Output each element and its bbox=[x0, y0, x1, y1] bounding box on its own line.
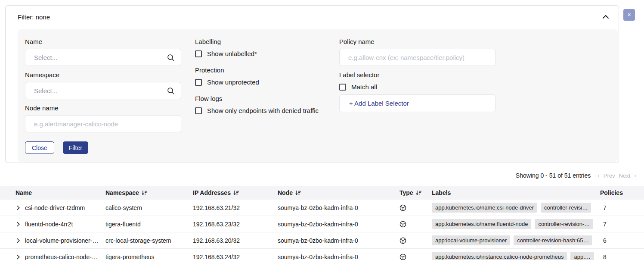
table-row: local-volume-provisioner-… crc-local-sto… bbox=[0, 232, 644, 249]
chevron-up-icon bbox=[602, 14, 609, 20]
show-unlabelled-checkbox[interactable] bbox=[195, 50, 202, 57]
endpoint-name: fluentd-node-4rr2t bbox=[25, 221, 73, 228]
endpoint-name: csi-node-driver-tzdmm bbox=[25, 204, 85, 211]
column-header-node[interactable]: Node bbox=[278, 189, 399, 196]
endpoint-policies-count: 7 bbox=[600, 221, 644, 228]
filter-column-middle: Labelling Show unlabelled* Protection Sh… bbox=[195, 38, 325, 154]
endpoint-labels: app.kubernetes.io/name:fluentd-nodecontr… bbox=[432, 219, 600, 229]
collapse-panel-button[interactable] bbox=[601, 13, 610, 21]
filter-column-right: Policy name Label selector Match all + A… bbox=[339, 38, 495, 154]
label-chip: app.kubernetes.io/name:fluentd-node bbox=[432, 219, 531, 229]
match-all-checkbox[interactable] bbox=[339, 84, 346, 91]
endpoint-policies-count: 6 bbox=[600, 237, 644, 244]
namespace-select-placeholder: Select... bbox=[34, 87, 57, 94]
filter-panel: Filter: none Name Select... Namespace Se… bbox=[5, 5, 619, 163]
endpoint-node: soumya-bz-0zbo-kadm-infra-0 bbox=[278, 221, 399, 228]
pagination-bar: Showing 0 - 51 of 51 entries ‹ Prev Next… bbox=[0, 169, 644, 182]
column-header-type[interactable]: Type bbox=[399, 189, 432, 196]
label-chip: controller-revision-… bbox=[535, 219, 593, 229]
protection-section: Protection Show unprotected bbox=[195, 66, 325, 86]
endpoint-namespace: tigera-fluentd bbox=[105, 221, 193, 228]
protection-heading: Protection bbox=[195, 66, 325, 74]
entries-summary: Showing 0 - 51 of 51 entries bbox=[516, 172, 591, 179]
sort-icon bbox=[142, 190, 148, 195]
name-select[interactable]: Select... bbox=[25, 49, 181, 66]
endpoint-ip: 192.168.63.24/32 bbox=[193, 254, 278, 260]
policy-name-input[interactable] bbox=[339, 49, 495, 66]
add-label-selector-button[interactable]: + Add Label Selector bbox=[339, 94, 495, 112]
prev-page-button[interactable]: Prev bbox=[604, 172, 615, 179]
flow-logs-section: Flow logs Show only endpoints with denie… bbox=[195, 95, 325, 114]
show-unlabelled-label: Show unlabelled* bbox=[207, 50, 257, 57]
row-expand-chevron-icon[interactable] bbox=[16, 205, 20, 210]
show-unprotected-checkbox[interactable] bbox=[195, 79, 202, 86]
label-chip: app.kubernetes.io/name:csi-node-driver bbox=[432, 203, 537, 213]
column-header-ip-addresses[interactable]: IP Addresses bbox=[193, 189, 278, 196]
table-row: prometheus-calico-node-… tigera-promethe… bbox=[0, 249, 644, 260]
table-row: fluentd-node-4rr2t tigera-fluentd 192.16… bbox=[0, 216, 644, 232]
column-header-policies: Policies bbox=[600, 189, 644, 196]
label-chip: app.kubernetes.io/instance:calico-node-p… bbox=[432, 252, 567, 260]
endpoint-node: soumya-bz-0zbo-kadm-infra-0 bbox=[278, 237, 399, 244]
filter-column-left: Name Select... Namespace Select... Node … bbox=[25, 38, 181, 154]
column-header-labels: Labels bbox=[432, 189, 600, 196]
pod-icon bbox=[399, 221, 406, 228]
filter-form: Name Select... Namespace Select... Node … bbox=[18, 29, 618, 162]
chevron-left-icon: ‹ bbox=[598, 172, 600, 179]
show-unprotected-label: Show unprotected bbox=[207, 78, 259, 86]
node-name-input[interactable] bbox=[25, 115, 181, 132]
column-header-namespace[interactable]: Namespace bbox=[105, 189, 193, 196]
sort-icon bbox=[295, 190, 301, 195]
endpoint-type bbox=[399, 221, 432, 228]
endpoint-namespace: tigera-prometheus bbox=[105, 254, 193, 260]
denied-traffic-label: Show only endpoints with denied traffic bbox=[207, 107, 319, 114]
label-chip: controller-revision-hash:65… bbox=[514, 235, 592, 245]
label-chip: app.… bbox=[570, 252, 594, 260]
search-icon bbox=[167, 54, 175, 63]
row-expand-chevron-icon[interactable] bbox=[16, 238, 20, 243]
endpoint-type bbox=[399, 254, 432, 260]
pod-icon bbox=[399, 204, 406, 211]
endpoint-name: prometheus-calico-node-… bbox=[25, 254, 98, 260]
endpoint-node: soumya-bz-0zbo-kadm-infra-0 bbox=[278, 254, 399, 260]
flow-logs-heading: Flow logs bbox=[195, 95, 325, 102]
labelling-section: Labelling Show unlabelled* bbox=[195, 38, 325, 57]
endpoint-policies-count: 7 bbox=[600, 204, 644, 211]
endpoint-node: soumya-bz-0zbo-kadm-infra-0 bbox=[278, 204, 399, 211]
column-header-name: Name bbox=[0, 189, 105, 196]
endpoint-name: local-volume-provisioner-… bbox=[25, 237, 98, 244]
filter-actions: Close Filter bbox=[25, 141, 181, 154]
next-page-button[interactable]: Next bbox=[619, 172, 631, 179]
table-body: csi-node-driver-tzdmm calico-system 192.… bbox=[0, 200, 644, 260]
match-all-label: Match all bbox=[351, 83, 377, 91]
name-label: Name bbox=[25, 38, 181, 45]
filter-button[interactable]: Filter bbox=[63, 141, 88, 154]
endpoint-namespace: crc-local-storage-system bbox=[105, 237, 193, 244]
endpoint-type bbox=[399, 204, 432, 211]
close-button[interactable]: Close bbox=[25, 141, 54, 154]
table-header-row: Name Namespace IP Addresses Node Type bbox=[0, 186, 644, 200]
endpoint-labels: app.kubernetes.io/instance:calico-node-p… bbox=[432, 252, 600, 260]
label-selector-label: Label selector bbox=[339, 71, 495, 78]
row-expand-chevron-icon[interactable] bbox=[16, 254, 20, 260]
close-icon[interactable]: × bbox=[623, 9, 635, 21]
sort-icon bbox=[233, 190, 239, 195]
pod-icon bbox=[399, 254, 406, 260]
denied-traffic-checkbox[interactable] bbox=[195, 107, 202, 114]
filter-panel-title: Filter: none bbox=[18, 13, 50, 21]
label-chip: app:local-volume-provisioner bbox=[432, 235, 510, 245]
endpoint-policies-count: 8 bbox=[600, 254, 644, 260]
label-chip: controller-revisi… bbox=[541, 203, 591, 213]
namespace-label: Namespace bbox=[25, 71, 181, 78]
pod-icon bbox=[399, 237, 406, 244]
policy-name-label: Policy name bbox=[339, 38, 495, 45]
endpoint-type bbox=[399, 237, 432, 244]
filter-panel-header: Filter: none bbox=[6, 6, 619, 21]
endpoint-labels: app:local-volume-provisionercontroller-r… bbox=[432, 235, 600, 245]
endpoint-ip: 192.168.63.20/32 bbox=[193, 237, 278, 244]
sort-icon bbox=[416, 190, 422, 195]
row-expand-chevron-icon[interactable] bbox=[16, 222, 20, 227]
search-icon bbox=[167, 87, 175, 97]
namespace-select[interactable]: Select... bbox=[25, 82, 181, 99]
endpoint-ip: 192.168.63.23/32 bbox=[193, 221, 278, 228]
